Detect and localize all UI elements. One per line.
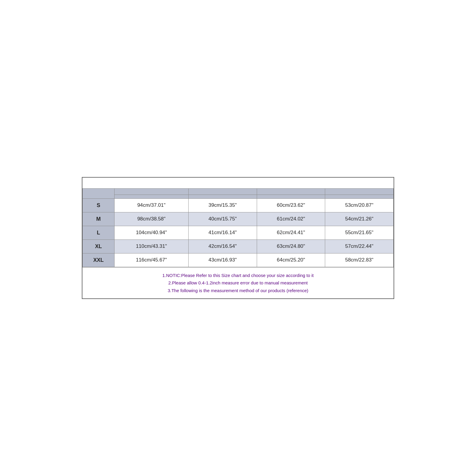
length-unit [325,195,394,198]
bust-cell: 98cm/38.58" [114,212,188,226]
bust-cell: 104cm/40.94" [114,226,188,239]
shoulder-cell: 41cm/16.14" [188,226,257,239]
unit-row [83,195,394,198]
bust-cell: 94cm/37.01" [114,198,188,212]
bust-column-header [114,188,188,195]
table-row: M98cm/38.58"40cm/15.75"61cm/24.02"54cm/2… [83,212,394,226]
length-column-header [325,188,394,195]
length-cell: 53cm/20.87" [325,198,394,212]
size-cell: XXL [83,253,115,267]
length-cell: 58cm/22.83" [325,253,394,267]
table-row: XXL116cm/45.67"43cm/16.93"64cm/25.20"58c… [83,253,394,267]
length-cell: 54cm/21.26" [325,212,394,226]
sleeve-cell: 64cm/25.20" [257,253,325,267]
bust-cell: 110cm/43.31" [114,239,188,253]
size-column-header [83,188,115,198]
shoulder-cell: 39cm/15.35" [188,198,257,212]
size-cell: L [83,226,115,239]
sleeve-unit [257,195,325,198]
size-table: S94cm/37.01"39cm/15.35"60cm/23.62"53cm/2… [82,188,394,267]
size-cell: M [83,212,115,226]
shoulder-cell: 42cm/16.54" [188,239,257,253]
bust-cell: 116cm/45.67" [114,253,188,267]
table-body: S94cm/37.01"39cm/15.35"60cm/23.62"53cm/2… [83,198,394,267]
size-cell: XL [83,239,115,253]
shoulder-cell: 43cm/16.93" [188,253,257,267]
table-row: S94cm/37.01"39cm/15.35"60cm/23.62"53cm/2… [83,198,394,212]
sleeve-cell: 62cm/24.41" [257,226,325,239]
sleeve-cell: 63cm/24.80" [257,239,325,253]
sleeve-cell: 61cm/24.02" [257,212,325,226]
size-chart-container: S94cm/37.01"39cm/15.35"60cm/23.62"53cm/2… [82,177,394,299]
table-row: XL110cm/43.31"42cm/16.54"63cm/24.80"57cm… [83,239,394,253]
page-wrapper: S94cm/37.01"39cm/15.35"60cm/23.62"53cm/2… [0,0,476,476]
note-1: 1.NOTIC:Please Refer to this Size chart … [88,272,388,279]
shoulder-column-header [188,188,257,195]
size-cell: S [83,198,115,212]
table-row: L104cm/40.94"41cm/16.14"62cm/24.41"55cm/… [83,226,394,239]
shoulder-unit [188,195,257,198]
chart-title [82,178,394,188]
note-2: 2.Please allow 0.4-1.2inch measure error… [88,279,388,287]
header-row [83,188,394,195]
bust-unit [114,195,188,198]
length-cell: 57cm/22.44" [325,239,394,253]
sleeve-column-header [257,188,325,195]
sleeve-cell: 60cm/23.62" [257,198,325,212]
notes-section: 1.NOTIC:Please Refer to this Size chart … [82,267,394,299]
length-cell: 55cm/21.65" [325,226,394,239]
note-3: 3.The following is the measurement metho… [88,287,388,295]
shoulder-cell: 40cm/15.75" [188,212,257,226]
